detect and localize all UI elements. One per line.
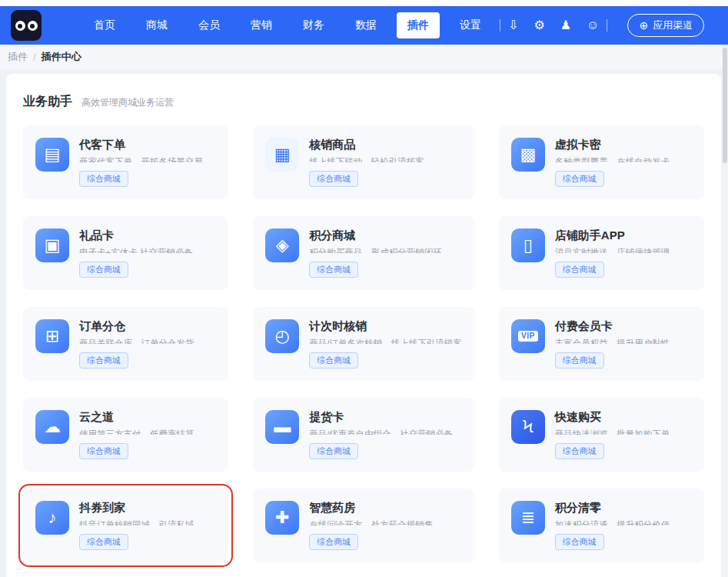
app-channel-button[interactable]: ⊕ 应用渠道 — [627, 14, 704, 37]
plugin-description: 在线问诊开方，处方药合规销售 — [309, 519, 433, 525]
plugin-card[interactable]: ▦ 核销商品 线上线下联动，轻松引流拓客 综合商城 — [253, 125, 474, 199]
nav-item-6[interactable]: 插件 — [397, 12, 440, 38]
card-codes-icon: ▩ — [511, 138, 545, 172]
plugin-card-body: 虚拟卡密 多种类型覆盖，在线自动发卡 综合商城 — [555, 138, 670, 187]
nav-item-0[interactable]: 首页 — [83, 12, 126, 38]
points-clear-icon: ≣ — [511, 501, 545, 535]
plugin-title: 积分商城 — [309, 228, 442, 243]
settings-gear-icon[interactable]: ⚙ — [534, 19, 544, 32]
plugin-card[interactable]: ◴ 计次时核销 商品/订单多次核销，线上线下引流锁客 综合商城 — [253, 307, 474, 381]
vip-card-icon: VIP — [511, 319, 545, 353]
qr-scan-icon: ▦ — [265, 138, 299, 172]
plugin-card[interactable]: ▤ 代客下单 商家代客下单，开拓多场景交易 综合商城 — [23, 125, 228, 199]
plugin-title: 积分清零 — [555, 501, 670, 515]
plugin-category-tag: 综合商城 — [309, 352, 358, 369]
plugin-card-body: 抖券到家 抖音订单核销同城，引流私域 综合商城 — [79, 501, 194, 550]
nav-item-2[interactable]: 会员 — [188, 12, 231, 38]
navbar-icons: ⇩⚙♟☺ — [508, 19, 599, 32]
plugin-category-tag: 综合商城 — [309, 171, 358, 187]
plugin-category-tag: 综合商城 — [79, 443, 128, 459]
plugin-card-body: 智慧药房 在线问诊开方，处方药合规销售 综合商城 — [309, 501, 433, 550]
plugin-card[interactable]: ♪ 抖券到家 抖音订单核销同城，引流私域 综合商城 — [23, 489, 228, 562]
plugin-description: 商家代客下单，开拓多场景交易 — [79, 156, 203, 162]
plugin-category-tag: 综合商城 — [79, 171, 128, 187]
tiktok-note-icon: ♪ — [35, 501, 69, 535]
panel-header: 业务助手 高效管理商城业务运营 — [23, 94, 704, 110]
plugin-card-body: 积分清零 加速积分流通，提升积分价值 综合商城 — [555, 501, 670, 550]
nav-item-1[interactable]: 商城 — [135, 12, 178, 38]
plugin-category-tag: 综合商城 — [79, 262, 128, 278]
plugin-card-body: 订单分仓 商品关联仓库，订单分仓发货 综合商城 — [79, 319, 194, 369]
message-smiley-icon[interactable]: ☺ — [587, 19, 599, 32]
nav-item-7[interactable]: 设置 — [449, 12, 492, 38]
app-window: 首页商城会员营销财务数据插件设置 ⇩⚙♟☺ ⊕ 应用渠道 插件 / 插件中心 业… — [0, 0, 728, 577]
breadcrumb-current: 插件中心 — [42, 50, 81, 64]
plugin-card[interactable]: ⊞ 订单分仓 商品关联仓库，订单分仓发货 综合商城 — [23, 307, 228, 381]
plugin-category-tag: 综合商城 — [555, 262, 604, 278]
plugin-card[interactable]: ≣ 积分清零 加速积分流通，提升积分价值 综合商城 — [499, 489, 704, 562]
download-icon[interactable]: ⇩ — [508, 19, 518, 32]
plugin-description: 商品/订单多次核销，线上线下引流锁客 — [309, 338, 462, 344]
brand-logo[interactable] — [11, 10, 42, 41]
plugin-card-body: 代客下单 商家代客下单，开拓多场景交易 综合商城 — [79, 138, 203, 187]
plugin-title: 付费会员卡 — [555, 319, 670, 334]
plugin-title: 云之道 — [79, 410, 194, 425]
plugin-title: 虚拟卡密 — [555, 138, 670, 152]
breadcrumb-parent[interactable]: 插件 — [8, 50, 28, 64]
plugin-category-tag: 综合商城 — [555, 534, 604, 550]
plugin-card[interactable]: ▯ 店铺助手APP 消息实时推送，店铺便捷管理 综合商城 — [499, 216, 704, 290]
channel-button-label: 应用渠道 — [653, 18, 693, 32]
plugin-title: 礼品卡 — [79, 228, 193, 243]
page-title: 业务助手 — [23, 94, 72, 110]
plugin-card[interactable]: ▬ 提货卡 商品/优惠券自由组合，社交营销必备 综合商城 — [253, 398, 474, 472]
warehouse-order-icon: ⊞ — [35, 319, 69, 353]
plugin-card[interactable]: ☁ 云之道 使用第三方支付，低费率结算 综合商城 — [23, 398, 228, 472]
plugin-card[interactable]: ◈ 积分商城 积分购买商品，形成积分营销闭环 综合商城 — [253, 216, 474, 290]
plugin-card-body: 提货卡 商品/优惠券自由组合，社交营销必备 综合商城 — [309, 410, 453, 459]
plugin-category-tag: 综合商城 — [309, 262, 358, 278]
pharmacy-cross-icon: ✚ — [265, 501, 299, 535]
points-lock-icon: ◈ — [265, 228, 299, 262]
plugin-description: 消息实时推送，店铺便捷管理 — [555, 247, 670, 253]
plugin-title: 提货卡 — [309, 410, 453, 425]
scrollbar-thumb[interactable] — [723, 48, 727, 163]
plugin-card-body: 核销商品 线上线下联动，轻松引流拓客 综合商城 — [309, 138, 424, 187]
gift-card-icon: ▣ — [35, 228, 69, 262]
plugin-card-body: 计次时核销 商品/订单多次核销，线上线下引流锁客 综合商城 — [309, 319, 462, 369]
nav-item-5[interactable]: 数据 — [344, 12, 387, 38]
plugin-card-body: 礼品卡 电子卡+实体卡 社交营销必备 综合商城 — [79, 228, 193, 278]
plugin-card-body: 云之道 使用第三方支付，低费率结算 综合商城 — [79, 410, 194, 459]
plugin-description: 商品快速浏览，批量加购下单 — [555, 429, 670, 435]
plugin-category-tag: 综合商城 — [309, 443, 358, 459]
user-icon[interactable]: ♟ — [560, 19, 571, 32]
plugin-title: 计次时核销 — [309, 319, 462, 334]
cloud-pay-icon: ☁ — [35, 410, 69, 444]
plugin-card[interactable]: Ϟ 快速购买 商品快速浏览，批量加购下单 综合商城 — [499, 398, 704, 472]
plugin-category-tag: 综合商城 — [555, 352, 604, 369]
nav-item-3[interactable]: 营销 — [240, 12, 283, 38]
plugin-description: 积分购买商品，形成积分营销闭环 — [309, 247, 442, 253]
page-subtitle: 高效管理商城业务运营 — [81, 96, 174, 109]
main-nav: 首页商城会员营销财务数据插件设置 — [83, 12, 492, 38]
plugin-title: 快速购买 — [555, 410, 670, 425]
plugin-card-body: 付费会员卡 丰富会员权益，提升用户黏性 综合商城 — [555, 319, 670, 369]
breadcrumb-separator: / — [33, 52, 36, 63]
plugin-description: 商品/优惠券自由组合，社交营销必备 — [309, 429, 453, 435]
plugin-description: 丰富会员权益，提升用户黏性 — [555, 338, 670, 344]
plugin-title: 店铺助手APP — [555, 228, 670, 243]
scrollbar[interactable] — [722, 45, 728, 577]
plugin-description: 商品关联仓库，订单分仓发货 — [79, 338, 194, 344]
plugin-card-body: 快速购买 商品快速浏览，批量加购下单 综合商城 — [555, 410, 670, 459]
logo-eye — [28, 21, 38, 31]
plugin-description: 加速积分流通，提升积分价值 — [555, 519, 670, 525]
plugin-category-tag: 综合商城 — [79, 534, 128, 550]
document-clock-icon: ◴ — [265, 319, 299, 353]
plugin-card[interactable]: ▩ 虚拟卡密 多种类型覆盖，在线自动发卡 综合商城 — [499, 125, 704, 199]
plugin-title: 核销商品 — [309, 138, 424, 152]
plugin-card[interactable]: ✚ 智慧药房 在线问诊开方，处方药合规销售 综合商城 — [253, 489, 474, 562]
plugin-card[interactable]: VIP 付费会员卡 丰富会员权益，提升用户黏性 综合商城 — [499, 307, 704, 381]
logo-eye — [15, 21, 25, 31]
plugin-grid: ▤ 代客下单 商家代客下单，开拓多场景交易 综合商城 ▦ 核销商品 线上线下联动… — [23, 125, 704, 562]
nav-item-4[interactable]: 财务 — [292, 12, 335, 38]
plugin-card[interactable]: ▣ 礼品卡 电子卡+实体卡 社交营销必备 综合商城 — [23, 216, 228, 290]
